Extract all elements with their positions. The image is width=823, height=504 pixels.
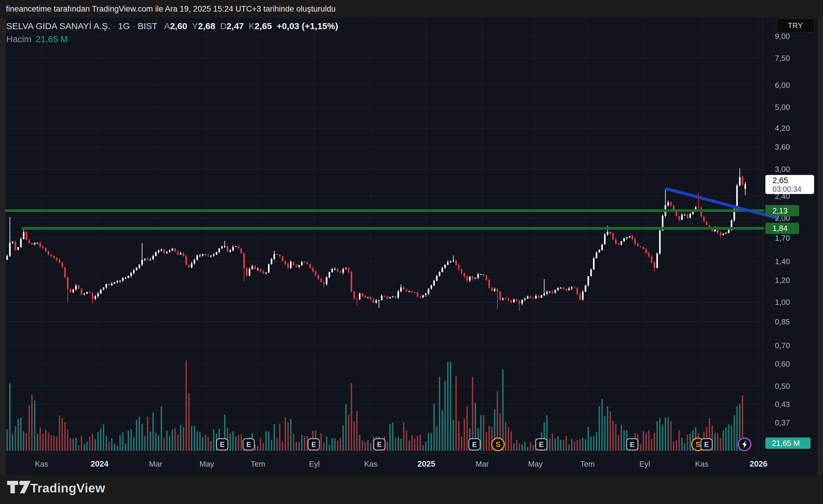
tradingview-brand-text[interactable]: TradingView <box>30 481 105 495</box>
candle-body <box>15 242 16 250</box>
volume-bar <box>111 438 112 451</box>
candle-body <box>400 287 402 291</box>
volume-bar <box>582 438 583 451</box>
alert-badge[interactable] <box>738 438 751 451</box>
candle-body <box>378 300 380 301</box>
candle-body <box>89 292 91 293</box>
volume-bar <box>268 432 269 451</box>
open-key: A <box>164 21 170 31</box>
candle-body <box>318 275 319 279</box>
last-price-text: 2,65 <box>773 176 788 185</box>
candle-body <box>28 240 30 243</box>
volume-bar <box>521 445 523 451</box>
last-price-label: 2,6503:00:34 <box>765 175 814 194</box>
candle-body <box>180 253 181 254</box>
candle-body <box>39 243 41 247</box>
volume-bar <box>70 438 71 451</box>
earnings-badge[interactable]: E <box>308 439 319 450</box>
candle-body <box>599 250 600 253</box>
candle-body <box>183 253 184 256</box>
earnings-badge[interactable]: E <box>536 439 547 450</box>
candle-body <box>213 254 214 256</box>
candle-body <box>411 291 413 292</box>
time-tick-label: 2025 <box>418 460 435 468</box>
volume-bar <box>241 434 242 451</box>
candle-body <box>496 289 498 291</box>
volume-bar <box>590 437 592 451</box>
earnings-badge[interactable]: E <box>216 439 228 450</box>
candle-body <box>623 238 625 241</box>
candle-body <box>337 269 338 272</box>
volume-bar <box>180 425 181 451</box>
volume-bar <box>458 421 459 451</box>
interval-label[interactable]: 1G <box>118 21 130 31</box>
candle-body <box>194 260 195 264</box>
candle-body <box>12 242 13 243</box>
volume-bar <box>265 431 267 451</box>
price-tick-label: 1,70 <box>775 234 790 243</box>
candle-body <box>439 272 440 276</box>
candle-body <box>276 254 278 255</box>
time-tick-label: Eyl <box>309 460 320 468</box>
candle-body <box>133 270 135 273</box>
volume-bar <box>510 431 512 451</box>
split-badge[interactable]: S <box>492 438 504 451</box>
volume-bar <box>439 376 440 451</box>
candle-body <box>469 277 471 280</box>
candle-body <box>296 265 297 267</box>
candle-body <box>554 290 556 293</box>
candle-body <box>240 248 242 253</box>
candle-body <box>582 292 584 300</box>
candle-body <box>403 287 404 289</box>
volume-bar <box>321 433 322 451</box>
candle-body <box>224 246 225 247</box>
candle-body <box>202 254 203 256</box>
candle-body <box>519 301 520 304</box>
price-chart[interactable]: EEEEESEESE9,007,506,005,004,203,603,002,… <box>0 0 823 504</box>
volume-bar <box>403 422 404 451</box>
price-tick-label: 4,20 <box>775 124 790 133</box>
currency-toggle-button[interactable]: TRY <box>776 18 815 33</box>
candle-body <box>447 262 449 265</box>
candle-body <box>406 290 407 291</box>
candle-body <box>274 254 275 259</box>
earnings-badge[interactable]: E <box>374 439 385 450</box>
earnings-badge[interactable]: E <box>469 439 480 450</box>
candle-body <box>494 289 495 291</box>
price-tick-label: 0,70 <box>775 341 790 350</box>
separator: · <box>110 21 118 31</box>
candle-body <box>560 288 561 288</box>
symbol-title[interactable]: SELVA GIDA SANAYİ A.Ş. <box>6 21 110 31</box>
chart-background[interactable] <box>6 18 818 475</box>
candle-body <box>610 232 611 234</box>
candle-body <box>651 256 652 262</box>
candle-body <box>546 292 547 293</box>
candle-body <box>353 291 355 298</box>
low-value: 2,47 <box>226 21 243 31</box>
volume-bar <box>610 412 611 451</box>
candle-body <box>356 298 358 299</box>
candle-body <box>684 215 685 216</box>
volume-bar <box>720 438 721 451</box>
candle-body <box>166 252 168 253</box>
candle-body <box>205 254 206 256</box>
candle-body <box>144 259 146 260</box>
volume-bar <box>177 435 179 451</box>
volume-bar <box>519 444 520 451</box>
volume-bar <box>568 445 569 451</box>
earnings-badge[interactable]: E <box>627 439 638 450</box>
countdown-text: 03:00:34 <box>773 185 801 193</box>
volume-bar <box>150 432 151 451</box>
volume-study-label[interactable]: Hacim <box>6 34 31 44</box>
volume-bar <box>530 442 531 451</box>
earnings-badge[interactable]: E <box>243 439 254 450</box>
volume-bar <box>136 420 137 451</box>
candle-body <box>348 268 349 272</box>
earnings-badge[interactable]: E <box>701 439 712 450</box>
time-tick-label: Kas <box>695 460 709 468</box>
price-tick-label: 1,20 <box>775 276 790 285</box>
candle-body <box>508 298 509 300</box>
volume-bar <box>109 441 110 451</box>
volume-bar <box>643 431 644 451</box>
candle-body <box>235 246 236 247</box>
